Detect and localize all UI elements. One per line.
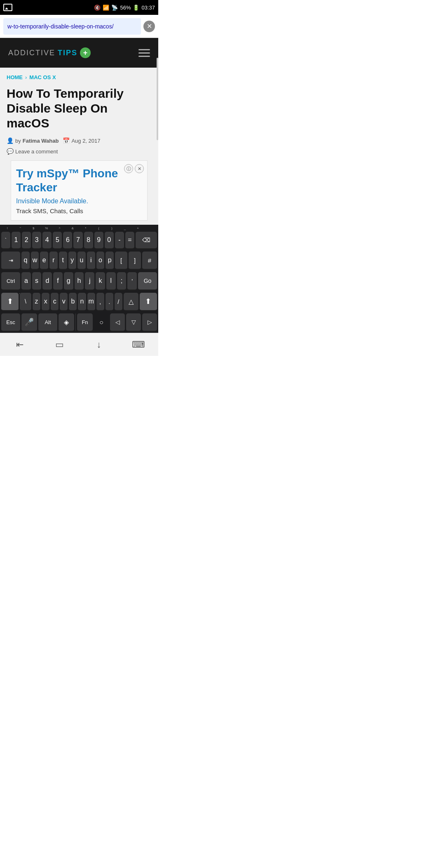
key-9[interactable]: 9 [94, 232, 103, 249]
bottom-back-button[interactable]: ⇤ [7, 336, 32, 354]
key-fn[interactable]: Fn [77, 313, 93, 332]
key-1[interactable]: 1 [12, 232, 21, 249]
bottom-keyboard-button[interactable]: ⌨ [126, 336, 151, 354]
key-4[interactable]: 4 [42, 232, 52, 249]
key-f[interactable]: f [53, 272, 63, 290]
key-comma[interactable]: , [96, 293, 104, 311]
status-right: 🔇 📶 📡 56% 🔋 03:37 [94, 5, 155, 11]
ad-close-button[interactable]: ✕ [135, 164, 144, 173]
breadcrumb-macos-link[interactable]: MAC OS X [29, 74, 56, 80]
battery-icon: 🔋 [133, 5, 139, 11]
key-w[interactable]: w [31, 252, 39, 270]
key-apostrophe[interactable]: ' [127, 272, 137, 290]
key-backtick[interactable]: ` [1, 232, 10, 249]
key-0[interactable]: 0 [105, 232, 114, 249]
ad-title[interactable]: Try mSpy™ Phone Tracker [16, 167, 142, 194]
status-left [3, 4, 12, 11]
key-v[interactable]: v [60, 293, 68, 311]
bottom-tabs-button[interactable]: ▭ [47, 336, 72, 354]
ad-subtitle: Invisible Mode Available. [16, 198, 142, 205]
logo-plus-button[interactable]: + [80, 47, 91, 58]
battery-level: 56% [120, 5, 131, 11]
key-3[interactable]: 3 [32, 232, 41, 249]
key-r[interactable]: r [49, 252, 58, 270]
keyboard-icon: ⌨ [132, 339, 145, 350]
key-go[interactable]: Go [138, 272, 157, 290]
meta-date: 📅 Aug 2, 2017 [63, 137, 100, 144]
key-equals[interactable]: = [125, 232, 134, 249]
key-j[interactable]: j [85, 272, 94, 290]
key-ctrl[interactable]: Ctrl [1, 272, 20, 290]
key-semicolon[interactable]: ; [117, 272, 127, 290]
keyboard-qwerty-row: { } ~ ⇥ q w e r t y u i o p [ ] # [0, 250, 158, 271]
key-6[interactable]: 6 [63, 232, 72, 249]
key-h[interactable]: h [75, 272, 84, 290]
key-alt[interactable]: Alt [38, 313, 57, 332]
key-c[interactable]: c [51, 293, 59, 311]
key-5[interactable]: 5 [53, 232, 62, 249]
key-nav-right[interactable]: ▷ [142, 313, 157, 332]
key-backslash[interactable]: \ [20, 293, 31, 311]
key-a[interactable]: a [21, 272, 31, 290]
key-shift-right[interactable]: ⬆ [140, 293, 157, 311]
key-k[interactable]: k [96, 272, 105, 290]
key-x[interactable]: x [42, 293, 49, 311]
key-m[interactable]: m [87, 293, 95, 311]
key-o[interactable]: o [96, 252, 105, 270]
logo-tips: TIPS [58, 49, 77, 57]
key-d[interactable]: d [42, 272, 52, 290]
key-hash[interactable]: # [142, 252, 157, 270]
bottom-download-button[interactable]: ↓ [87, 336, 111, 354]
key-circle[interactable]: ○ [94, 313, 109, 332]
key-space[interactable] [75, 313, 76, 332]
key-kite[interactable]: ◈ [59, 313, 74, 332]
key-l[interactable]: l [106, 272, 116, 290]
key-u[interactable]: u [77, 252, 86, 270]
key-n[interactable]: n [78, 293, 86, 311]
key-nav-down[interactable]: ▽ [126, 313, 141, 332]
key-backspace[interactable]: ⌫ [136, 232, 157, 249]
key-open-bracket[interactable]: [ [115, 252, 127, 270]
key-p[interactable]: p [106, 252, 114, 270]
key-y[interactable]: y [68, 252, 77, 270]
breadcrumb: HOME › MAC OS X [7, 74, 152, 80]
key-slash[interactable]: / [115, 293, 122, 311]
breadcrumb-home-link[interactable]: HOME [7, 74, 23, 80]
key-minus[interactable]: - [115, 232, 124, 249]
key-2[interactable]: 2 [22, 232, 31, 249]
key-nav-left[interactable]: ◁ [110, 313, 125, 332]
meta-comment[interactable]: 💬 Leave a comment [7, 148, 58, 155]
publish-date: Aug 2, 2017 [71, 138, 100, 144]
key-z[interactable]: z [33, 293, 40, 311]
keyboard-number-row: ` 1 2 3 4 5 6 7 8 9 0 - = ⌫ [0, 231, 158, 250]
key-period[interactable]: . [106, 293, 113, 311]
article-title: How To Temporarily Disable Sleep On macO… [7, 86, 152, 131]
signal-icon: 📡 [111, 5, 118, 11]
key-tab[interactable]: ⇥ [1, 252, 20, 270]
key-mic[interactable]: 🎤 [21, 313, 37, 332]
meta-by-label: by [15, 138, 21, 144]
key-b[interactable]: b [69, 293, 77, 311]
hamburger-menu-icon[interactable] [138, 49, 150, 57]
url-input[interactable] [3, 18, 141, 35]
comment-icon: 💬 [7, 148, 14, 155]
author-name[interactable]: Fatima Wahab [23, 138, 59, 144]
url-close-button[interactable]: ✕ [143, 21, 155, 32]
key-i[interactable]: i [87, 252, 95, 270]
article-meta: 👤 by Fatima Wahab 📅 Aug 2, 2017 💬 Leave … [7, 137, 152, 155]
key-shift-left[interactable]: ⬆ [1, 293, 19, 311]
logo-addictive: ADDICTIVE [8, 49, 55, 57]
key-esc[interactable]: Esc [1, 313, 20, 332]
key-7[interactable]: 7 [73, 232, 82, 249]
key-t[interactable]: t [59, 252, 67, 270]
key-g[interactable]: g [64, 272, 73, 290]
key-s[interactable]: s [32, 272, 42, 290]
key-close-bracket[interactable]: ] [129, 252, 141, 270]
key-q[interactable]: q [21, 252, 30, 270]
key-triangle-up[interactable]: △ [124, 293, 138, 311]
leave-comment-link[interactable]: Leave a comment [15, 148, 58, 155]
keyboard-hint-row: ! " $ % ^ & * ( ) _ + [0, 225, 158, 231]
key-e[interactable]: e [40, 252, 48, 270]
ad-info-button[interactable]: ⓘ [124, 164, 133, 173]
key-8[interactable]: 8 [84, 232, 93, 249]
